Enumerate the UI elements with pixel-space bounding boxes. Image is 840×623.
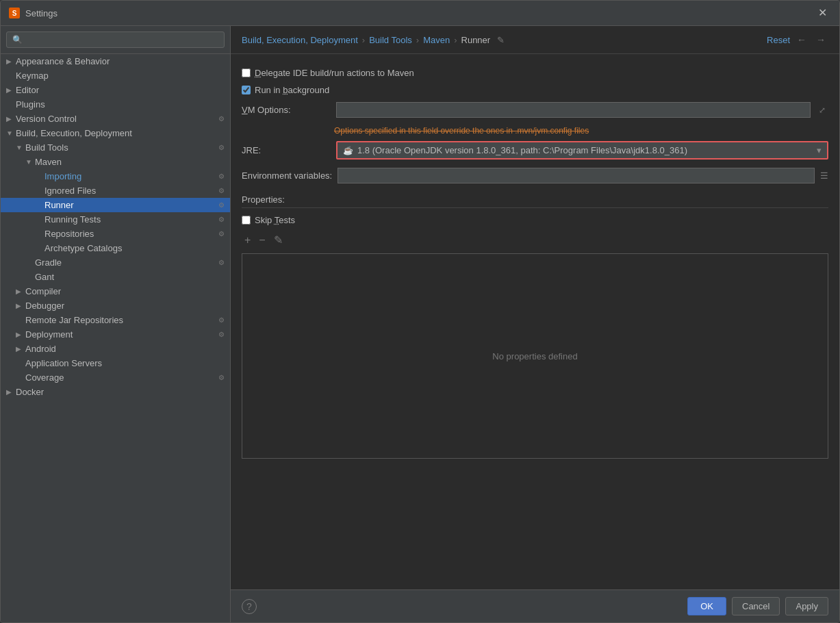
sidebar-item-8[interactable]: Importing⚙ [1,169,230,183]
breadcrumb-build-tools[interactable]: Build Tools [369,35,412,45]
sidebar-item-3[interactable]: Plugins [1,97,230,112]
sidebar-item-11[interactable]: Running Tests⚙ [1,212,230,227]
delegate-row: Delegate IDE build/run actions to Maven [242,68,828,78]
breadcrumb-build[interactable]: Build, Execution, Deployment [242,35,358,45]
sidebar-gear-19: ⚙ [216,331,225,338]
sidebar-label-23: Docker [16,387,225,397]
sidebar-label-4: Version Control [16,114,216,124]
jre-select[interactable]: ☕ 1.8 (Oracle OpenJDK version 1.8.0_361,… [336,141,828,160]
sidebar-item-2[interactable]: ▶Editor [1,83,230,97]
breadcrumb-maven[interactable]: Maven [423,35,450,45]
sidebar-item-9[interactable]: Ignored Files⚙ [1,183,230,198]
sidebar-label-14: Gradle [35,257,216,268]
sidebar-gear-6: ⚙ [216,144,225,151]
settings-window: S Settings ✕ ▶Appearance & BehaviorKeyma… [0,0,840,623]
vm-options-input[interactable] [336,102,811,118]
no-properties-text: No properties defined [492,351,577,361]
jre-select-inner: ☕ 1.8 (Oracle OpenJDK version 1.8.0_361,… [343,145,817,155]
title-bar: S Settings ✕ [1,1,839,26]
sidebar-gear-9: ⚙ [216,187,225,194]
sidebar-item-5[interactable]: ▼Build, Execution, Deployment [1,126,230,140]
skip-tests-text: Skip Tests [255,215,295,225]
sidebar-label-13: Archetype Catalogs [44,243,225,253]
reset-button[interactable]: Reset [767,35,790,45]
sep3: › [454,35,457,45]
skip-tests-label[interactable]: Skip Tests [242,215,295,225]
properties-section-title: Properties: [242,194,828,208]
sidebar-arrow-23: ▶ [6,388,16,396]
cancel-button[interactable]: Cancel [732,597,780,615]
sidebar-item-17[interactable]: ▶Debugger [1,298,230,313]
nav-back-button[interactable]: ← [794,33,809,47]
nav-forward-button[interactable]: → [813,33,828,47]
sidebar-item-0[interactable]: ▶Appearance & Behavior [1,54,230,68]
sidebar-arrow-5: ▼ [6,129,16,137]
sidebar-arrow-7: ▼ [25,158,35,166]
edit-property-button[interactable]: ✎ [271,232,285,248]
background-text: Run in background [255,85,329,95]
sidebar-label-15: Gant [35,272,225,282]
props-toolbar: + − ✎ [242,229,828,251]
skip-tests-checkbox[interactable] [242,216,251,225]
sidebar-item-15[interactable]: Gant [1,270,230,284]
sidebar-item-22[interactable]: Coverage⚙ [1,370,230,385]
sep1: › [362,35,365,45]
remove-property-button[interactable]: − [256,233,268,248]
sidebar-label-11: Running Tests [44,214,216,225]
sidebar-gear-10: ⚙ [216,201,225,209]
sidebar-label-19: Deployment [25,329,216,340]
env-edit-button[interactable]: ☰ [820,170,828,181]
sidebar-gear-18: ⚙ [216,316,225,324]
sidebar-item-12[interactable]: Repositories⚙ [1,227,230,241]
sidebar-item-23[interactable]: ▶Docker [1,385,230,399]
background-row: Run in background [242,85,828,95]
env-vars-input[interactable] [338,168,815,183]
background-checkbox[interactable] [242,86,251,94]
window-title: Settings [25,8,58,18]
vm-hint-text: Options specified in this field override… [334,126,828,136]
sidebar-gear-11: ⚙ [216,216,225,223]
sidebar-item-1[interactable]: Keymap [1,68,230,83]
breadcrumb-runner: Runner [461,35,491,45]
sidebar-label-0: Appearance & Behavior [16,56,225,66]
sidebar-item-4[interactable]: ▶Version Control⚙ [1,112,230,126]
sidebar-label-16: Compiler [25,286,225,296]
search-input[interactable] [6,31,225,48]
sidebar-arrow-6: ▼ [16,144,25,151]
sidebar-label-9: Ignored Files [44,186,216,196]
sidebar-item-7[interactable]: ▼Maven [1,155,230,169]
jre-value: 1.8 (Oracle OpenJDK version 1.8.0_361, p… [357,145,687,155]
sidebar-item-18[interactable]: Remote Jar Repositories⚙ [1,313,230,327]
background-label[interactable]: Run in background [242,85,329,95]
apply-button[interactable]: Apply [785,597,828,615]
sidebar-label-6: Build Tools [25,142,216,153]
vm-expand-button[interactable]: ⤢ [816,104,828,116]
bottom-bar: ? OK Cancel Apply [231,589,839,622]
sidebar-label-21: Application Servers [25,358,225,368]
delegate-checkbox[interactable] [242,68,251,77]
main-content: ▶Appearance & BehaviorKeymap▶EditorPlugi… [1,26,839,622]
sidebar-gear-12: ⚙ [216,230,225,238]
sidebar-arrow-2: ▶ [6,86,16,94]
help-button[interactable]: ? [242,599,257,614]
sidebar-item-14[interactable]: Gradle⚙ [1,255,230,270]
add-property-button[interactable]: + [242,233,253,248]
properties-table: No properties defined [242,253,828,459]
ok-button[interactable]: OK [687,597,726,615]
sidebar-item-16[interactable]: ▶Compiler [1,284,230,298]
breadcrumb-edit-icon[interactable]: ✎ [497,35,505,45]
sidebar-item-20[interactable]: ▶Android [1,342,230,356]
delegate-label[interactable]: Delegate IDE build/run actions to Maven [242,68,414,78]
sidebar-item-13[interactable]: Archetype Catalogs [1,241,230,255]
sidebar-item-6[interactable]: ▼Build Tools⚙ [1,140,230,155]
settings-panel: Delegate IDE build/run actions to Maven … [231,54,839,589]
jre-icon: ☕ [343,146,353,155]
sidebar-item-10[interactable]: Runner⚙ [1,198,230,212]
bottom-buttons: OK Cancel Apply [687,597,828,615]
sidebar-item-19[interactable]: ▶Deployment⚙ [1,327,230,342]
sidebar-item-21[interactable]: Application Servers [1,356,230,370]
sidebar-label-18: Remote Jar Repositories [25,315,216,325]
sidebar-label-10: Runner [44,200,216,210]
close-button[interactable]: ✕ [814,6,831,20]
env-vars-label: Environment variables: [242,170,332,181]
